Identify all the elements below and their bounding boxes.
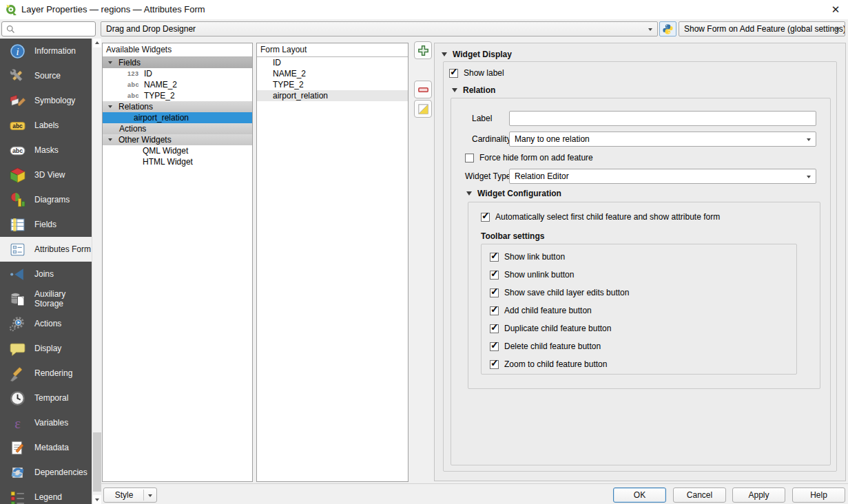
- information-icon: i: [9, 43, 26, 60]
- show-unlink-checkbox-row[interactable]: ✓ Show unlink button: [490, 270, 629, 280]
- cardinality-label: Cardinality: [472, 132, 511, 147]
- sidebar-item-auxiliary-storage[interactable]: Auxiliary Storage: [0, 286, 92, 311]
- show-save-child-edits-checkbox[interactable]: ✓: [490, 288, 499, 297]
- tree-item-type-2[interactable]: abc TYPE_2: [103, 90, 252, 101]
- show-unlink-checkbox[interactable]: ✓: [490, 271, 499, 280]
- window-title: Layer Properties — regions — Attributes …: [21, 0, 205, 19]
- sidebar-item-temporal[interactable]: Temporal: [0, 386, 92, 410]
- sidebar-item-label: Symbology: [34, 96, 75, 105]
- split-divider: [143, 490, 144, 501]
- edit-item-properties-button[interactable]: [414, 100, 432, 118]
- arrow-down-icon: [95, 498, 99, 501]
- relation-label-input[interactable]: [509, 111, 816, 126]
- chevron-down-icon: [807, 138, 811, 141]
- sidebar-item-3d-view[interactable]: 3D View: [0, 162, 92, 187]
- show-link-checkbox-row[interactable]: ✓ Show link button: [490, 252, 629, 262]
- sidebar-item-attributes-form[interactable]: Attributes Form: [0, 237, 92, 262]
- sidebar-scrollbar[interactable]: [92, 39, 101, 504]
- show-label-checkbox-row[interactable]: ✓ Show label: [449, 68, 504, 78]
- show-save-child-edits-checkbox-row[interactable]: ✓ Show save child layer edits button: [490, 288, 629, 297]
- zoom-to-child-feature-checkbox[interactable]: ✓: [490, 360, 499, 369]
- sidebar-item-variables[interactable]: ε Variables: [0, 410, 92, 435]
- sidebar-item-actions[interactable]: Actions: [0, 311, 92, 336]
- sidebar-item-source[interactable]: Source: [0, 63, 92, 88]
- check-icon: ✓: [450, 67, 458, 76]
- style-button[interactable]: Style: [103, 487, 157, 503]
- auto-select-checkbox-row[interactable]: ✓ Automatically select first child featu…: [481, 212, 720, 222]
- legend-list-icon: [9, 489, 26, 504]
- tree-category-relations[interactable]: Relations: [103, 101, 252, 112]
- python-init-button[interactable]: [659, 21, 676, 36]
- search-input[interactable]: [19, 23, 93, 35]
- check-icon: ✓: [490, 251, 499, 260]
- sidebar-item-metadata[interactable]: Metadata: [0, 435, 92, 460]
- delete-child-feature-checkbox[interactable]: ✓: [490, 342, 499, 351]
- form-layout-item-airport-relation[interactable]: airport_relation: [257, 90, 408, 101]
- form-layout-item-id[interactable]: ID: [257, 57, 408, 68]
- tree-category-actions[interactable]: Actions: [103, 123, 252, 134]
- add-child-feature-checkbox[interactable]: ✓: [490, 306, 499, 315]
- tree-item-airport-relation[interactable]: airport_relation: [103, 112, 252, 123]
- sidebar-item-information[interactable]: i Information: [0, 39, 92, 63]
- apply-button[interactable]: Apply: [732, 487, 785, 503]
- chevron-down-icon: [148, 494, 152, 497]
- expand-arrow-icon[interactable]: [108, 138, 112, 141]
- cardinality-combo[interactable]: Many to one relation: [509, 132, 816, 147]
- show-link-checkbox[interactable]: ✓: [490, 253, 499, 262]
- qgis-logo-icon: [6, 4, 17, 16]
- widget-configuration-section-header[interactable]: Widget Configuration: [466, 189, 561, 198]
- search-box[interactable]: [1, 21, 96, 36]
- sidebar-item-dependencies[interactable]: Dependencies: [0, 460, 92, 485]
- help-button[interactable]: Help: [792, 487, 845, 503]
- check-icon: ✓: [490, 322, 499, 332]
- sidebar-item-joins[interactable]: Joins: [0, 262, 92, 286]
- editor-layout-combo[interactable]: Drag and Drop Designer: [101, 21, 658, 36]
- ok-button[interactable]: OK: [613, 487, 666, 503]
- add-child-feature-checkbox-row[interactable]: ✓ Add child feature button: [490, 306, 629, 315]
- sidebar-item-legend[interactable]: Legend: [0, 485, 92, 504]
- zoom-to-child-feature-checkbox-row[interactable]: ✓ Zoom to child feature button: [490, 359, 629, 369]
- tree-category-fields[interactable]: Fields: [103, 57, 252, 68]
- footer-divider: [100, 483, 848, 484]
- sidebar-item-label: Display: [34, 344, 61, 353]
- remove-widget-button[interactable]: [414, 81, 432, 98]
- tree-item-qml-widget[interactable]: QML Widget: [103, 145, 252, 156]
- sidebar-item-diagrams[interactable]: Diagrams: [0, 187, 92, 212]
- check-icon: ✓: [482, 211, 490, 220]
- force-hide-checkbox[interactable]: [465, 154, 474, 162]
- form-layout-item-type-2[interactable]: TYPE_2: [257, 79, 408, 90]
- cancel-button[interactable]: Cancel: [673, 487, 726, 503]
- sidebar-item-label: Temporal: [34, 393, 68, 403]
- sidebar-item-masks[interactable]: abc Masks: [0, 138, 92, 162]
- force-hide-checkbox-row[interactable]: Force hide form on add feature: [465, 153, 593, 162]
- delete-child-feature-checkbox-row[interactable]: ✓ Delete child feature button: [490, 342, 629, 351]
- scroll-down-button[interactable]: [93, 495, 101, 504]
- form-layout-item-name-2[interactable]: NAME_2: [257, 68, 408, 79]
- relation-section-header[interactable]: Relation: [452, 85, 495, 95]
- duplicate-child-feature-checkbox[interactable]: ✓: [490, 324, 499, 333]
- dependencies-arrows-icon: [9, 464, 26, 481]
- add-widget-button[interactable]: [414, 41, 432, 59]
- sidebar-item-label: 3D View: [34, 170, 65, 180]
- cube-3d-icon: [9, 167, 26, 184]
- sidebar-item-rendering[interactable]: Rendering: [0, 361, 92, 386]
- tree-item-html-widget[interactable]: HTML Widget: [103, 156, 252, 167]
- widget-display-section-header[interactable]: Widget Display: [442, 50, 512, 59]
- sidebar-item-display[interactable]: Display: [0, 336, 92, 361]
- widget-type-combo[interactable]: Relation Editor: [509, 169, 816, 184]
- duplicate-child-feature-checkbox-row[interactable]: ✓ Duplicate child feature button: [490, 324, 629, 333]
- tree-item-id[interactable]: 123 ID: [103, 68, 252, 79]
- tree-item-name-2[interactable]: abc NAME_2: [103, 79, 252, 90]
- sidebar-item-labels[interactable]: abc Labels: [0, 113, 92, 138]
- close-icon[interactable]: ✕: [827, 3, 844, 17]
- scroll-up-button[interactable]: [93, 39, 101, 48]
- show-label-checkbox[interactable]: ✓: [449, 69, 458, 78]
- tree-category-other-widgets[interactable]: Other Widgets: [103, 134, 252, 145]
- sidebar-item-fields[interactable]: Fields: [0, 212, 92, 237]
- auto-select-checkbox[interactable]: ✓: [481, 213, 490, 222]
- expand-arrow-icon[interactable]: [108, 105, 112, 108]
- form-on-add-feature-combo[interactable]: Show Form on Add Feature (global setting…: [679, 21, 845, 36]
- expand-arrow-icon[interactable]: [108, 61, 112, 64]
- sidebar-item-label: Rendering: [34, 368, 72, 378]
- sidebar-item-symbology[interactable]: Symbology: [0, 88, 92, 113]
